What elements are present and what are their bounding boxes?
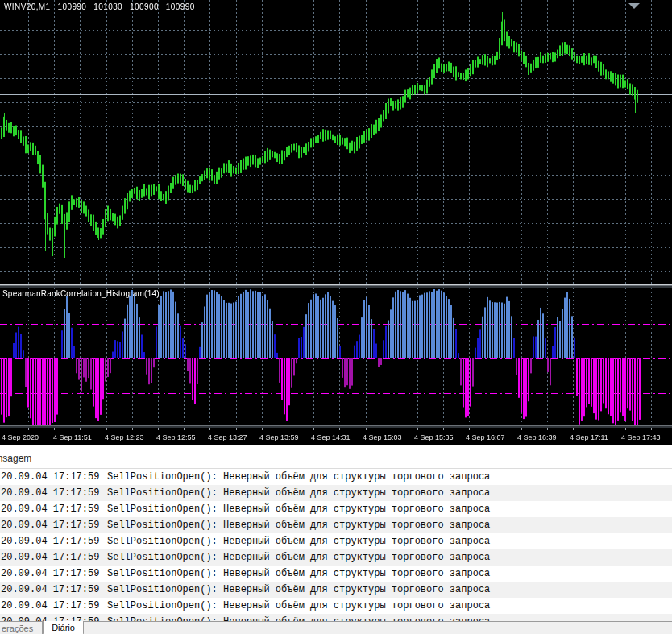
chart-ohlc-header: WINV20,M1 100990 101030 100900 100990 bbox=[4, 2, 195, 11]
journal-log-list[interactable]: 20.09.04 17:17:59SellPositionOpen(): Нев… bbox=[0, 469, 672, 622]
log-row[interactable]: 20.09.04 17:17:59SellPositionOpen(): Нев… bbox=[0, 582, 672, 598]
bottom-tab-bar: erações Diário bbox=[0, 621, 672, 634]
chart-symbol-period: WINV20,M1 bbox=[4, 2, 51, 11]
log-row[interactable]: 20.09.04 17:17:59SellPositionOpen(): Нев… bbox=[0, 549, 672, 566]
log-message: SellPositionOpen(): Неверный объём для с… bbox=[107, 566, 490, 582]
log-message: SellPositionOpen(): Неверный объём для с… bbox=[107, 501, 490, 517]
log-row[interactable]: 20.09.04 17:17:59SellPositionOpen(): Нев… bbox=[0, 566, 672, 582]
log-row[interactable]: 20.09.04 17:17:59SellPositionOpen(): Нев… bbox=[0, 517, 672, 533]
log-message: SellPositionOpen(): Неверный объём для с… bbox=[107, 549, 490, 566]
indicator-subwindow[interactable]: SpearmanRankCorrelation_Histogram(14) bbox=[0, 288, 672, 425]
log-message: SellPositionOpen(): Неверный объём для с… bbox=[107, 485, 490, 501]
log-timestamp: 20.09.04 17:17:59 bbox=[1, 485, 99, 501]
log-row[interactable]: 20.09.04 17:17:59SellPositionOpen(): Нев… bbox=[0, 598, 672, 614]
chart-high-value: 101030 bbox=[93, 2, 122, 11]
log-timestamp: 20.09.04 17:17:59 bbox=[1, 582, 99, 598]
log-timestamp: 20.09.04 17:17:59 bbox=[1, 533, 99, 549]
log-message: SellPositionOpen(): Неверный объём для с… bbox=[107, 517, 490, 533]
log-row[interactable]: 20.09.04 17:17:59SellPositionOpen(): Нев… bbox=[0, 501, 672, 517]
time-axis-canvas[interactable] bbox=[0, 428, 672, 445]
log-row[interactable]: 20.09.04 17:17:59SellPositionOpen(): Нев… bbox=[0, 469, 672, 485]
chart-close-value: 100990 bbox=[166, 2, 195, 11]
log-timestamp: 20.09.04 17:17:59 bbox=[1, 501, 99, 517]
price-chart-panel[interactable]: WINV20,M1 100990 101030 100900 100990 bbox=[0, 0, 672, 285]
log-message: SellPositionOpen(): Неверный объём для с… bbox=[107, 469, 490, 485]
log-timestamp: 20.09.04 17:17:59 bbox=[1, 566, 99, 582]
log-row[interactable]: 20.09.04 17:17:59SellPositionOpen(): Нев… bbox=[0, 533, 672, 549]
log-timestamp: 20.09.04 17:17:59 bbox=[1, 517, 99, 533]
chart-low-value: 100900 bbox=[130, 2, 159, 11]
tab-operacoes[interactable]: erações bbox=[2, 624, 33, 633]
chart-open-value: 100990 bbox=[58, 2, 87, 11]
tab-diario[interactable]: Diário bbox=[43, 621, 84, 634]
mt5-terminal-window: WINV20,M1 100990 101030 100900 100990 Sp… bbox=[0, 0, 672, 634]
log-timestamp: 20.09.04 17:17:59 bbox=[1, 469, 99, 485]
journal-column-header[interactable]: ensagem bbox=[0, 448, 672, 469]
price-chart-canvas[interactable] bbox=[0, 0, 672, 285]
log-timestamp: 20.09.04 17:17:59 bbox=[1, 549, 99, 566]
log-message: SellPositionOpen(): Неверный объём для с… bbox=[107, 598, 490, 614]
journal-panel: ensagem 20.09.04 17:17:59SellPositionOpe… bbox=[0, 445, 672, 622]
indicator-canvas[interactable] bbox=[0, 288, 672, 425]
log-timestamp: 20.09.04 17:17:59 bbox=[1, 598, 99, 614]
log-message: SellPositionOpen(): Неверный объём для с… bbox=[107, 533, 490, 549]
log-row[interactable]: 20.09.04 17:17:59SellPositionOpen(): Нев… bbox=[0, 485, 672, 501]
chart-shift-marker-icon[interactable] bbox=[628, 3, 640, 9]
indicator-name-label: SpearmanRankCorrelation_Histogram(14) bbox=[2, 289, 160, 298]
time-axis[interactable] bbox=[0, 428, 672, 445]
log-message: SellPositionOpen(): Неверный объём для с… bbox=[107, 582, 490, 598]
message-column-label: ensagem bbox=[0, 453, 31, 464]
